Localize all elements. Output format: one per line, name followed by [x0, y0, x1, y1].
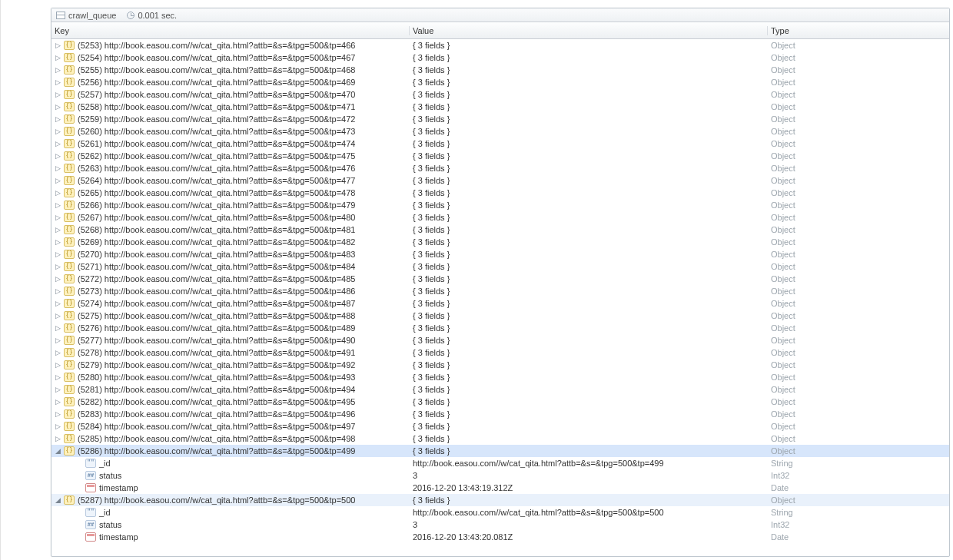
chevron-right-icon[interactable]: ▷ — [55, 55, 61, 61]
table-row[interactable]: ▷(5280) http://book.easou.com//w/cat_qit… — [51, 371, 949, 383]
chevron-right-icon[interactable]: ▷ — [55, 91, 61, 98]
table-row[interactable]: ▷(5264) http://book.easou.com//w/cat_qit… — [51, 174, 949, 187]
row-key: (5261) http://book.easou.com//w/cat_qita… — [78, 138, 355, 150]
table-row[interactable]: ·timestamp2016-12-20 13:43:20.081ZDate — [51, 531, 949, 543]
chevron-right-icon[interactable]: ▷ — [55, 177, 61, 184]
table-row[interactable]: ▷(5270) http://book.easou.com//w/cat_qit… — [51, 248, 949, 260]
table-row[interactable]: ▷(5253) http://book.easou.com//w/cat_qit… — [51, 39, 949, 51]
chevron-right-icon[interactable]: ▷ — [55, 263, 61, 270]
col-header-type[interactable]: Type — [768, 26, 949, 35]
chevron-right-icon[interactable]: ▷ — [55, 386, 61, 393]
table-row[interactable]: ▷(5285) http://book.easou.com//w/cat_qit… — [51, 432, 949, 445]
table-row[interactable]: ◢(5286) http://book.easou.com//w/cat_qit… — [51, 445, 949, 457]
chevron-right-icon[interactable]: ▷ — [55, 423, 61, 430]
chevron-down-icon[interactable]: ◢ — [55, 497, 61, 504]
row-key: (5284) http://book.easou.com//w/cat_qita… — [78, 420, 355, 432]
table-row[interactable]: ▷(5257) http://book.easou.com//w/cat_qit… — [51, 88, 949, 101]
object-icon — [64, 102, 75, 111]
table-row[interactable]: ▷(5276) http://book.easou.com//w/cat_qit… — [51, 322, 949, 334]
chevron-right-icon[interactable]: ▷ — [55, 79, 61, 86]
table-row[interactable]: ▷(5274) http://book.easou.com//w/cat_qit… — [51, 297, 949, 310]
table-row[interactable]: ·timestamp2016-12-20 13:43:19.312ZDate — [51, 482, 949, 494]
chevron-right-icon[interactable]: ▷ — [55, 288, 61, 295]
row-value: { 3 fields } — [410, 39, 768, 51]
table-row[interactable]: ▷(5266) http://book.easou.com//w/cat_qit… — [51, 199, 949, 211]
table-row[interactable]: ▷(5269) http://book.easou.com//w/cat_qit… — [51, 236, 949, 248]
chevron-right-icon[interactable]: ▷ — [55, 104, 61, 111]
table-row[interactable]: ▷(5265) http://book.easou.com//w/cat_qit… — [51, 187, 949, 199]
table-row[interactable]: ◢(5287) http://book.easou.com//w/cat_qit… — [51, 494, 949, 506]
chevron-right-icon[interactable]: ▷ — [55, 411, 61, 418]
row-value: { 3 fields } — [410, 224, 768, 236]
chevron-right-icon[interactable]: ▷ — [55, 436, 61, 442]
chevron-right-icon[interactable]: ▷ — [55, 325, 61, 332]
spacer-icon: · — [76, 509, 83, 516]
table-row[interactable]: ▷(5273) http://book.easou.com//w/cat_qit… — [51, 285, 949, 297]
row-key: (5282) http://book.easou.com//w/cat_qita… — [78, 396, 355, 408]
table-row[interactable]: ▷(5284) http://book.easou.com//w/cat_qit… — [51, 420, 949, 432]
object-icon — [64, 53, 75, 62]
table-row[interactable]: ▷(5255) http://book.easou.com//w/cat_qit… — [51, 64, 949, 76]
chevron-right-icon[interactable]: ▷ — [55, 153, 61, 160]
row-value: { 3 fields } — [410, 310, 768, 322]
chevron-right-icon[interactable]: ▷ — [55, 276, 61, 283]
tab-title[interactable]: crawl_queue — [68, 11, 116, 20]
table-row[interactable]: ▷(5278) http://book.easou.com//w/cat_qit… — [51, 346, 949, 359]
table-row[interactable]: ▷(5267) http://book.easou.com//w/cat_qit… — [51, 211, 949, 224]
chevron-right-icon[interactable]: ▷ — [55, 214, 61, 221]
row-value: { 3 fields } — [410, 211, 768, 224]
chevron-right-icon[interactable]: ▷ — [55, 374, 61, 381]
row-value: { 3 fields } — [410, 383, 768, 396]
col-header-value[interactable]: Value — [410, 26, 768, 35]
object-icon — [64, 360, 75, 369]
table-row[interactable]: ▷(5261) http://book.easou.com//w/cat_qit… — [51, 138, 949, 150]
table-row[interactable]: ·status3Int32 — [51, 469, 949, 482]
table-row[interactable]: ▷(5258) http://book.easou.com//w/cat_qit… — [51, 101, 949, 113]
chevron-right-icon[interactable]: ▷ — [55, 313, 61, 320]
chevron-right-icon[interactable]: ▷ — [55, 399, 61, 406]
chevron-right-icon[interactable]: ▷ — [55, 128, 61, 135]
table-row[interactable]: ▷(5282) http://book.easou.com//w/cat_qit… — [51, 396, 949, 408]
row-type: Object — [768, 51, 949, 64]
chevron-right-icon[interactable]: ▷ — [55, 362, 61, 369]
chevron-right-icon[interactable]: ▷ — [55, 165, 61, 172]
str-icon — [85, 508, 96, 517]
table-row[interactable]: ▷(5262) http://book.easou.com//w/cat_qit… — [51, 150, 949, 162]
table-row[interactable]: ▷(5256) http://book.easou.com//w/cat_qit… — [51, 76, 949, 88]
chevron-right-icon[interactable]: ▷ — [55, 116, 61, 123]
table-row[interactable]: ▷(5259) http://book.easou.com//w/cat_qit… — [51, 113, 949, 125]
table-row[interactable]: ▷(5275) http://book.easou.com//w/cat_qit… — [51, 310, 949, 322]
table-row[interactable]: ▷(5281) http://book.easou.com//w/cat_qit… — [51, 383, 949, 396]
row-value: { 3 fields } — [410, 51, 768, 64]
chevron-down-icon[interactable]: ◢ — [55, 448, 61, 455]
table-row[interactable]: ▷(5279) http://book.easou.com//w/cat_qit… — [51, 359, 949, 371]
row-type: Object — [768, 88, 949, 101]
chevron-right-icon[interactable]: ▷ — [55, 251, 61, 258]
table-row[interactable]: ▷(5268) http://book.easou.com//w/cat_qit… — [51, 224, 949, 236]
row-value: 2016-12-20 13:43:19.312Z — [410, 482, 768, 494]
row-key: timestamp — [99, 482, 138, 494]
col-header-key[interactable]: Key — [51, 26, 410, 35]
table-row[interactable]: ·status3Int32 — [51, 519, 949, 531]
chevron-right-icon[interactable]: ▷ — [55, 141, 61, 147]
chevron-right-icon[interactable]: ▷ — [55, 350, 61, 356]
chevron-right-icon[interactable]: ▷ — [55, 337, 61, 344]
table-row[interactable]: ▷(5263) http://book.easou.com//w/cat_qit… — [51, 162, 949, 174]
table-row[interactable]: ·_idhttp://book.easou.com//w/cat_qita.ht… — [51, 506, 949, 519]
chevron-right-icon[interactable]: ▷ — [55, 190, 61, 197]
chevron-right-icon[interactable]: ▷ — [55, 42, 61, 49]
chevron-right-icon[interactable]: ▷ — [55, 202, 61, 209]
chevron-right-icon[interactable]: ▷ — [55, 239, 61, 246]
table-row[interactable]: ▷(5272) http://book.easou.com//w/cat_qit… — [51, 273, 949, 285]
table-row[interactable]: ▷(5283) http://book.easou.com//w/cat_qit… — [51, 408, 949, 420]
chevron-right-icon[interactable]: ▷ — [55, 227, 61, 234]
chevron-right-icon[interactable]: ▷ — [55, 67, 61, 74]
chevron-right-icon[interactable]: ▷ — [55, 300, 61, 307]
row-type: Object — [768, 224, 949, 236]
table-row[interactable]: ▷(5254) http://book.easou.com//w/cat_qit… — [51, 51, 949, 64]
row-type: Object — [768, 248, 949, 260]
table-row[interactable]: ▷(5260) http://book.easou.com//w/cat_qit… — [51, 125, 949, 138]
table-row[interactable]: ▷(5271) http://book.easou.com//w/cat_qit… — [51, 260, 949, 273]
table-row[interactable]: ·_idhttp://book.easou.com//w/cat_qita.ht… — [51, 457, 949, 469]
table-row[interactable]: ▷(5277) http://book.easou.com//w/cat_qit… — [51, 334, 949, 346]
